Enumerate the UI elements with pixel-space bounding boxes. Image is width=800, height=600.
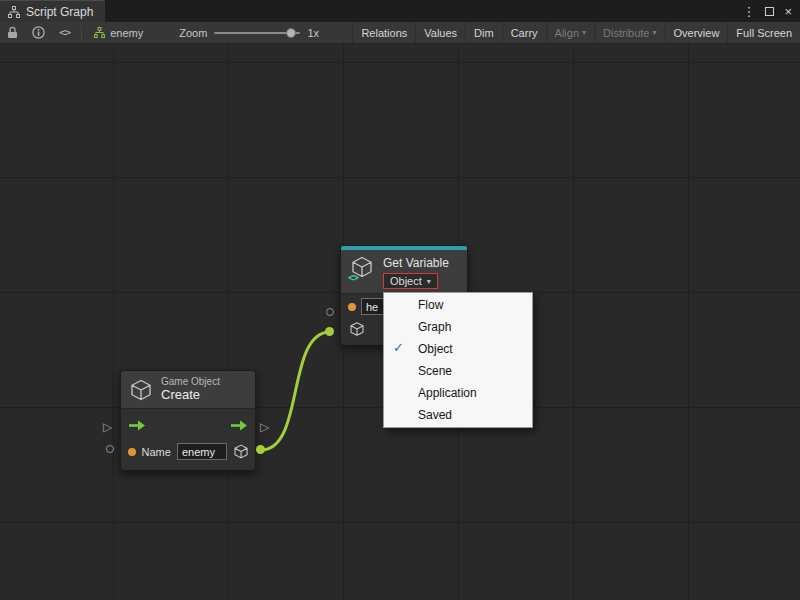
info-button[interactable]	[25, 22, 52, 43]
menu-item-graph[interactable]: Graph	[384, 316, 532, 338]
variable-code-icon: <>	[348, 272, 358, 283]
variable-kind-menu: Flow Graph ✓ Object Scene Application Sa…	[383, 292, 533, 428]
object-output-port-connected[interactable]	[256, 445, 265, 454]
zoom-slider-handle[interactable]	[286, 28, 296, 38]
variable-kind-dropdown[interactable]: Object ▾	[383, 273, 438, 289]
tab-label: Script Graph	[26, 5, 93, 19]
menu-item-saved[interactable]: Saved	[384, 404, 532, 426]
graph-asset-icon	[94, 27, 105, 38]
window-menu-icon[interactable]: ⋮	[742, 5, 755, 18]
node-title: Create	[161, 388, 220, 403]
distribute-button: Distribute▾	[594, 22, 664, 43]
flow-input-port[interactable]: ▷	[103, 421, 112, 433]
dim-button[interactable]: Dim	[465, 22, 502, 43]
create-node-body: Name	[121, 409, 255, 470]
value-port-icon[interactable]	[128, 448, 136, 456]
flow-output-port[interactable]: ▷	[260, 421, 269, 433]
name-port-label: Name	[142, 446, 171, 458]
name-input[interactable]	[177, 443, 227, 460]
values-button[interactable]: Values	[415, 22, 465, 43]
create-node[interactable]: Game Object Create Name	[120, 370, 256, 470]
tab-script-graph[interactable]: Script Graph	[0, 0, 105, 22]
relations-button[interactable]: Relations	[352, 22, 415, 43]
full-screen-button[interactable]: Full Screen	[727, 22, 800, 43]
name-value-port[interactable]	[106, 445, 114, 453]
node-title: Get Variable	[383, 256, 449, 270]
script-graph-icon	[8, 6, 20, 18]
variable-kind-value: Object	[390, 275, 422, 287]
toolbar-divider	[81, 26, 82, 40]
lock-button[interactable]	[0, 22, 25, 43]
menu-item-object[interactable]: ✓ Object	[384, 338, 532, 360]
menu-item-application[interactable]: Application	[384, 382, 532, 404]
chevron-down-icon: ▾	[582, 28, 586, 37]
cube-output-icon[interactable]	[349, 321, 365, 337]
graph-breadcrumb[interactable]: enemy	[86, 27, 151, 39]
flow-in-arrow-icon[interactable]	[128, 419, 146, 432]
zoom-value: 1x	[307, 27, 319, 39]
chevron-down-icon: ▾	[427, 277, 431, 286]
flow-out-arrow-icon[interactable]	[230, 419, 248, 432]
titlebar-drag-area	[105, 0, 734, 22]
name-value-port[interactable]	[326, 308, 334, 316]
create-node-header[interactable]: Game Object Create	[121, 371, 255, 409]
menu-item-flow[interactable]: Flow	[384, 294, 532, 316]
graph-name: enemy	[110, 27, 143, 39]
cube-output-icon[interactable]	[233, 443, 249, 460]
connection-wire[interactable]	[261, 332, 330, 450]
menu-item-scene[interactable]: Scene	[384, 360, 532, 382]
lock-icon	[7, 26, 18, 39]
check-icon: ✓	[393, 340, 404, 355]
carry-button[interactable]: Carry	[502, 22, 546, 43]
zoom-slider[interactable]	[214, 32, 300, 34]
overview-button[interactable]: Overview	[665, 22, 728, 43]
object-input-port-connected[interactable]	[325, 327, 334, 336]
zoom-label: Zoom	[179, 27, 207, 39]
script-graph-window: Script Graph ⋮ × <>	[0, 0, 800, 600]
cube-icon	[129, 378, 153, 402]
close-icon[interactable]: ×	[784, 5, 792, 18]
get-variable-header[interactable]: <> Get Variable Object ▾	[341, 250, 467, 294]
align-button: Align▾	[546, 22, 594, 43]
graph-toolbar: <> enemy Zoom 1x Relations Values Dim Ca…	[0, 22, 800, 44]
info-icon	[32, 26, 45, 39]
chevron-down-icon: ▾	[653, 28, 657, 37]
value-port-icon[interactable]	[348, 303, 356, 311]
maximize-icon[interactable]	[765, 7, 774, 16]
edit-script-button[interactable]: <>	[52, 22, 77, 43]
graph-canvas[interactable]: Game Object Create Name	[0, 44, 800, 600]
titlebar: Script Graph ⋮ ×	[0, 0, 800, 22]
